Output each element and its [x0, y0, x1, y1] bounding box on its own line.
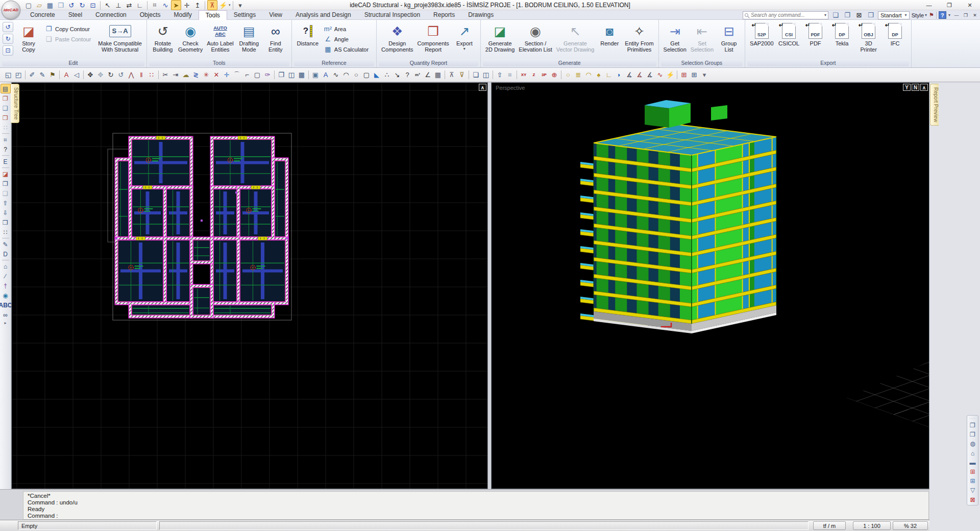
tab-drawings[interactable]: Drawings [461, 10, 500, 20]
tab-view[interactable]: View [262, 10, 289, 20]
tab-steel[interactable]: Steel [62, 10, 89, 20]
find-entity-button[interactable]: ∞FindEntity [262, 21, 289, 58]
dome-tool-icon[interactable]: ◠ [583, 70, 594, 80]
auto-label-entities-button[interactable]: AUTOABCAuto LabelEntities [205, 21, 236, 58]
sketch-mirror-icon[interactable]: ✎ [1, 239, 11, 249]
move-icon[interactable]: ✥ [85, 70, 95, 80]
restore-button[interactable]: ❐ [939, 0, 960, 10]
insert-node-icon[interactable]: ✛ [222, 70, 232, 80]
command-line-panel[interactable]: *Cancel*Command : undo/uReadyCommand : [23, 491, 929, 520]
mesh-report-icon[interactable]: ⊞ [968, 476, 978, 486]
solid-fill-icon[interactable]: ◣ [372, 70, 382, 80]
selection-filter-icon[interactable]: ⊠ [854, 10, 864, 20]
polar-array-icon[interactable]: ∷ [1, 227, 11, 237]
render-button[interactable]: ◙Render [596, 21, 623, 58]
break-icon[interactable]: ✕ [211, 70, 222, 80]
grid-snap-icon[interactable]: ⌗ [150, 0, 160, 10]
copy-move-icon[interactable]: ✥ [95, 70, 106, 80]
auto-label-icon[interactable]: ABC [1, 300, 11, 310]
revision-cloud-icon[interactable]: ☁ [181, 70, 191, 80]
grid-edit-icon[interactable]: ⌗ [1, 135, 11, 144]
anchor-tool-icon[interactable]: † [1, 281, 11, 291]
storey-settings-icon[interactable]: E [1, 157, 11, 166]
style-flag-icon[interactable]: ⚑ [929, 12, 934, 18]
view-control-∧[interactable]: ∧ [920, 84, 928, 91]
area-button[interactable]: m²Area [322, 24, 371, 34]
quick-run-icon-dropdown[interactable]: ▾ [229, 3, 231, 7]
view-control-y[interactable]: Y [903, 84, 911, 91]
redo-icon[interactable]: ↻ [3, 34, 13, 44]
format-painter-icon[interactable]: ✑ [262, 70, 273, 80]
reference-grid-icon[interactable]: ⌗ [505, 70, 515, 80]
find-entity-icon[interactable]: ∞ [1, 310, 11, 320]
send-to-back-icon[interactable]: ❏ [830, 10, 841, 20]
region-select-icon[interactable]: ▢ [252, 70, 262, 80]
corner-snap-icon[interactable]: ∟ [135, 0, 145, 10]
paste-icon[interactable]: ❑ [1, 188, 11, 198]
mirror-axis-icon[interactable]: ‖ [136, 70, 146, 80]
query-measure-icon[interactable]: ? [1, 144, 11, 154]
drafting-mode-button[interactable]: ▤DraftingMode [236, 21, 262, 58]
export-sap2000-button[interactable]: S2PSAP2000 [748, 21, 775, 58]
as-calculator-button[interactable]: ▦AS Calculator [322, 44, 371, 54]
copy-storey-below-icon[interactable]: ⇩ [1, 208, 11, 218]
app-logo[interactable]: ideCAD [2, 1, 20, 19]
export-report-button[interactable]: ↗Export▾ [451, 21, 478, 58]
lines-report-icon[interactable]: ❐ [968, 430, 978, 439]
plan-canvas[interactable] [12, 83, 487, 489]
report-preview-tab[interactable]: Report Preview [930, 84, 939, 126]
perspective-viewport[interactable]: Perspective YN∧ [491, 82, 929, 489]
text-style-icon[interactable]: A [61, 70, 71, 80]
link-entities-icon[interactable]: ∷ [1, 123, 11, 132]
arc-icon[interactable]: ◠ [341, 70, 351, 80]
help-button[interactable]: ? [939, 11, 946, 19]
text-icon[interactable]: A [321, 70, 331, 80]
stair-tool-icon[interactable]: ≣ [573, 70, 583, 80]
undo-window-icon[interactable]: ⊡ [88, 0, 98, 10]
section-elevation-list-button[interactable]: ◉Section /Elevation List [517, 21, 554, 58]
close-button[interactable]: ✕ [960, 0, 980, 10]
polygon-icon[interactable]: ▢ [361, 70, 372, 80]
status-scale[interactable]: 1 : 100 [853, 521, 891, 530]
mirror-icon[interactable]: ⋀ [126, 70, 136, 80]
search-input[interactable] [750, 12, 823, 18]
elevation-tool-icon[interactable]: ⊼ [207, 0, 217, 10]
dimension-tool-icon[interactable]: D [1, 249, 11, 259]
rebar-report-icon[interactable]: ⊞ [968, 467, 978, 476]
angle-button[interactable]: ∠Angle [322, 34, 371, 44]
pen-tool-icon[interactable]: ✎ [37, 70, 47, 80]
graph-mode-icon[interactable]: ∡ [645, 70, 655, 80]
bring-to-front-icon[interactable]: ❐ [842, 10, 852, 20]
measure-area-icon[interactable]: m² [412, 70, 423, 80]
doc-close-button[interactable]: ✕ [971, 11, 979, 19]
components-report-button[interactable]: ❒ComponentsReport [415, 21, 451, 58]
perpendicular-icon[interactable]: ⊥ [113, 0, 124, 10]
plan-axon-button[interactable]: ∧ [479, 84, 486, 91]
check-geometry-icon[interactable]: ◉ [1, 291, 11, 300]
structure-tree-tab[interactable]: Structure Tree [11, 84, 19, 123]
export-3d-printer-button[interactable]: OBJ3DPrinter [855, 21, 882, 58]
zoom-window-icon[interactable]: ◱ [3, 70, 13, 80]
save-all-icon[interactable]: ❒ [56, 0, 66, 10]
distance-button[interactable]: ?Distance [295, 21, 321, 58]
entity-copy-icon[interactable]: ❐ [1, 93, 11, 103]
edit-sketch-icon[interactable]: ✐ [27, 70, 37, 80]
select-cursor-icon[interactable]: ↖ [103, 0, 113, 10]
level-view-icon[interactable]: ⊽ [457, 70, 467, 80]
new-file-icon[interactable]: ▢ [23, 0, 34, 10]
match-properties-icon[interactable]: ❒ [1, 113, 11, 123]
hopper-report-icon[interactable]: ▽ [968, 486, 978, 495]
tab-objects[interactable]: Objects [133, 10, 167, 20]
tab-modify[interactable]: Modify [167, 10, 198, 20]
graph-displacement-icon[interactable]: ∡ [624, 70, 634, 80]
image-icon[interactable]: ▣ [310, 70, 321, 80]
perspective-canvas[interactable] [492, 83, 929, 489]
x-report-icon[interactable]: ⊠ [968, 495, 978, 504]
analysis-run-icon[interactable]: ⚡ [665, 70, 675, 80]
zoom-extents-icon[interactable]: ◰ [13, 70, 23, 80]
slope-line-icon[interactable]: ∕ [1, 271, 11, 281]
tab-concrete[interactable]: Concrete [23, 10, 62, 20]
plan-viewport[interactable]: ∧ [11, 82, 488, 489]
level-marker-icon[interactable]: ⊼ [447, 70, 457, 80]
building-tool-icon[interactable]: ⌂ [1, 261, 11, 271]
